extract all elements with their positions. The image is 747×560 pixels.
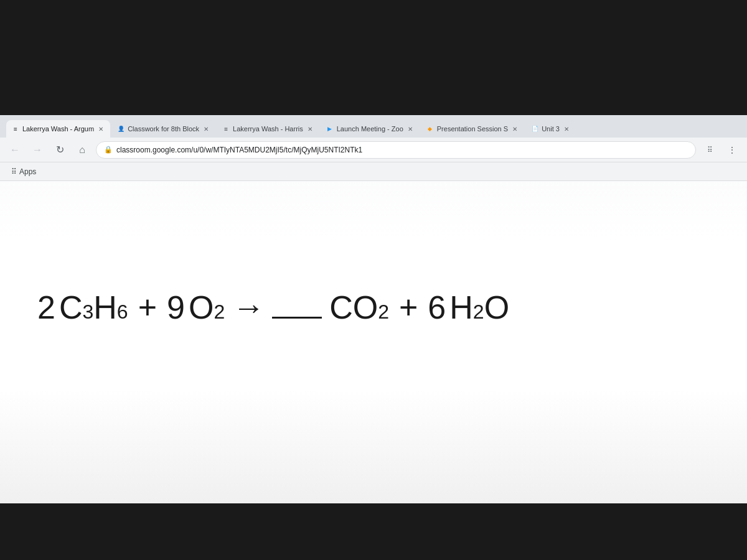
tab-label-6: Unit 3 (542, 125, 560, 133)
plus-operator-2: + (399, 291, 418, 324)
coeff-2: 2 (37, 291, 55, 324)
term-oxygen: 9 O2 (167, 291, 225, 324)
tab-icon-1: ≡ (11, 124, 20, 133)
plus-operator-1: + (138, 291, 157, 324)
tab-close-1[interactable]: ✕ (96, 124, 105, 133)
chemical-equation: 2 C3H6 + 9 O2 → CO2 + (37, 291, 509, 325)
tab-label-4: Launch Meeting - Zoo (337, 125, 403, 133)
formula-o: O (189, 291, 214, 324)
tab-close-6[interactable]: ✕ (562, 124, 571, 133)
tab-lakerrya-argum[interactable]: ≡ Lakerrya Wash - Argum ✕ (6, 120, 110, 138)
tab-label-5: Presentation Session S (437, 125, 508, 133)
formula-co2: CO2 (329, 291, 389, 324)
formula-h2o-h: H (449, 291, 473, 324)
home-button[interactable]: ⌂ (73, 141, 91, 159)
tab-icon-6: 📄 (530, 124, 539, 133)
tab-close-4[interactable]: ✕ (406, 124, 415, 133)
term-propene: 2 C3H6 (37, 291, 128, 324)
browser-chrome: ≡ Lakerrya Wash - Argum ✕ 👤 Classwork fo… (0, 115, 747, 181)
lock-icon: 🔒 (104, 146, 113, 154)
address-bar[interactable]: 🔒 classroom.google.com/u/0/w/MTIyNTA5MDU… (96, 141, 696, 159)
tab-icon-4: ▶ (326, 124, 334, 133)
monitor-surround (0, 0, 747, 124)
tab-label-3: Lakerrya Wash - Harris (233, 125, 303, 133)
formula-h2o: H2O (449, 291, 509, 324)
formula-o2: O2 (189, 291, 225, 324)
tab-presentation[interactable]: ◆ Presentation Session S ✕ (421, 120, 524, 138)
apps-grid-icon: ⠿ (11, 167, 17, 176)
coeff-6: 6 (428, 291, 446, 324)
formula-co: CO (329, 291, 378, 324)
tab-close-3[interactable]: ✕ (306, 124, 314, 133)
formula-c: C (59, 291, 83, 324)
coeff-9: 9 (167, 291, 185, 324)
term-water: 6 H2O (428, 291, 509, 324)
blank-placeholder (272, 317, 322, 324)
tab-label-1: Lakerrya Wash - Argum (22, 125, 94, 133)
tab-unit3[interactable]: 📄 Unit 3 ✕ (525, 120, 576, 138)
address-text: classroom.google.com/u/0/w/MTIyNTA5MDU2M… (116, 146, 362, 154)
extensions-button[interactable]: ⠿ (701, 141, 718, 159)
tab-bar: ≡ Lakerrya Wash - Argum ✕ 👤 Classwork fo… (0, 115, 747, 138)
back-button[interactable]: ← (6, 141, 24, 159)
forward-button[interactable]: → (29, 141, 46, 159)
apps-label: Apps (19, 167, 36, 176)
tab-lakerrya-harris[interactable]: ≡ Lakerrya Wash - Harris ✕ (217, 120, 319, 138)
tab-launch-meeting[interactable]: ▶ Launch Meeting - Zoo ✕ (321, 120, 420, 138)
menu-button[interactable]: ⋮ (723, 141, 741, 159)
tab-icon-2: 👤 (116, 124, 125, 133)
bookmark-apps[interactable]: ⠿ Apps (6, 166, 41, 177)
tab-label-2: Classwork for 8th Block (128, 125, 199, 133)
tab-classwork[interactable]: 👤 Classwork for 8th Block ✕ (111, 120, 215, 138)
bookmarks-bar: ⠿ Apps (0, 162, 747, 181)
tab-close-2[interactable]: ✕ (202, 124, 210, 133)
tab-close-5[interactable]: ✕ (510, 124, 519, 133)
blank-line (272, 317, 322, 319)
formula-h: H (93, 291, 117, 324)
toolbar: ← → ↻ ⌂ 🔒 classroom.google.com/u/0/w/MTI… (0, 138, 747, 162)
reaction-arrow: → (232, 291, 265, 324)
main-content: 2 C3H6 + 9 O2 → CO2 + (0, 124, 747, 503)
formula-c3h6: C3H6 (59, 291, 128, 324)
term-co2: CO2 (329, 291, 389, 324)
reload-button[interactable]: ↻ (51, 141, 68, 159)
formula-h2o-o: O (484, 291, 509, 324)
tab-icon-5: ◆ (426, 124, 435, 133)
tab-icon-3: ≡ (222, 124, 230, 133)
